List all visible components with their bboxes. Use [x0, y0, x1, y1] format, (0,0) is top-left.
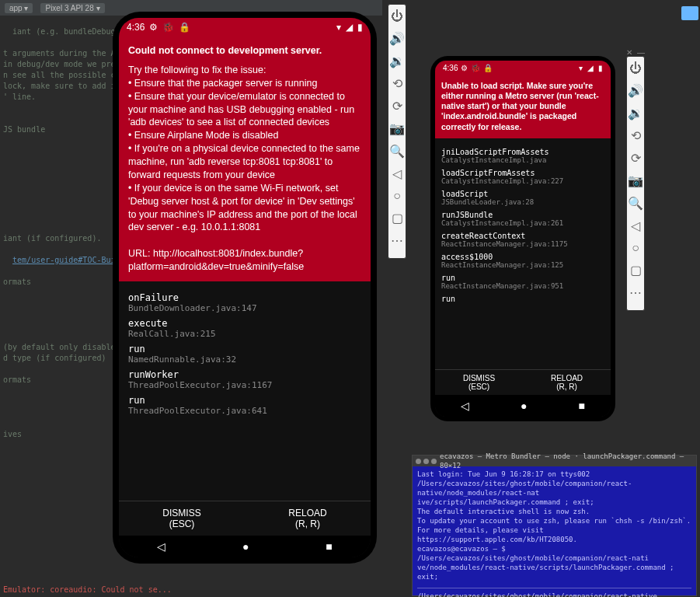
rotate-left-icon[interactable]: ⟲ — [392, 76, 402, 91]
android-nav: ◁ ● ■ — [119, 536, 371, 557]
volume-up-icon[interactable]: 🔊 — [628, 83, 643, 98]
folder-icon[interactable] — [681, 6, 698, 20]
term-line: ive/scripts/launchPackager.command ; exi… — [417, 498, 691, 507]
stack-trace[interactable]: onFailure BundleDownloader.java:147 exec… — [119, 281, 371, 501]
more-icon[interactable]: ⋯ — [391, 233, 403, 248]
trace-method: createReactContext — [441, 232, 604, 240]
trace-loc: RealCall.java:215 — [128, 329, 361, 339]
terminal-body: Last login: Tue Jun 9 16:28:17 on ttys00… — [413, 466, 696, 597]
error-title: Could not connect to development server. — [128, 44, 361, 58]
battery-icon: ▮ — [357, 22, 363, 33]
min-dot-icon[interactable] — [423, 459, 429, 464]
error-panel: Unable to load script. Make sure you're … — [435, 75, 611, 138]
trace-loc: ReactInstanceManager.java:125 — [441, 261, 604, 269]
close-dot-icon[interactable] — [416, 459, 421, 464]
rotate-left-icon[interactable]: ⟲ — [631, 128, 641, 143]
signal-icon: ◢ — [587, 64, 594, 72]
overview-icon[interactable]: ■ — [326, 540, 332, 553]
error-panel: Could not connect to development server.… — [119, 37, 371, 281]
trace-method: access$1000 — [441, 253, 604, 261]
wifi-icon: ▾ — [336, 22, 341, 33]
trace-loc: ThreadPoolExecutor.java:1167 — [128, 380, 361, 390]
more-icon[interactable]: ⋯ — [629, 285, 642, 300]
power-icon[interactable]: ⏻ — [629, 61, 642, 75]
volume-down-icon[interactable]: 🔉 — [389, 54, 405, 68]
trace-loc: BundleDownloader.java:147 — [128, 303, 361, 313]
emulator-toolbar: ⏻ 🔊 🔉 ⟲ ⟳ 📷 🔍 ◁ ○ ▢ ⋯ — [388, 4, 406, 259]
volume-up-icon[interactable]: 🔊 — [389, 31, 405, 46]
emulator-toolbar: ⏻ 🔊 🔉 ⟲ ⟳ 📷 🔍 ◁ ○ ▢ ⋯ — [626, 56, 645, 311]
error-body: Unable to load script. Make sure you're … — [441, 81, 604, 132]
gear-icon: ⚙ — [149, 22, 158, 33]
term-line: /Users/ecavazos/sites/ghost/mobile/compa… — [417, 479, 691, 498]
trace-loc: CatalystInstanceImpl.java — [441, 156, 604, 164]
trace-method: execute — [128, 318, 361, 329]
dismiss-button[interactable]: DISMISS (ESC) — [119, 501, 245, 536]
rotate-right-icon[interactable]: ⟳ — [392, 99, 402, 113]
trace-method: loadScript — [441, 190, 604, 198]
back-emu-icon[interactable]: ◁ — [392, 166, 402, 181]
error-actions: DISMISS (ESC) RELOAD (R, R) — [435, 369, 611, 395]
rotate-right-icon[interactable]: ⟳ — [631, 151, 641, 166]
android-nav: ◁ ● ■ — [435, 395, 611, 417]
home-emu-icon[interactable]: ○ — [393, 189, 401, 203]
terminal-titlebar: ecavazos — Metro Bundler — node · launch… — [413, 456, 696, 466]
status-bar: 4:36 ⚙ 🐞 🔒 ▾ ◢ ▮ — [435, 61, 611, 75]
trace-method: loadScriptFromAssets — [441, 169, 604, 177]
close-icon[interactable]: ✕ — [388, 0, 394, 2]
volume-down-icon[interactable]: 🔉 — [628, 106, 643, 120]
emulator-small: 4:36 ⚙ 🐞 🔒 ▾ ◢ ▮ Unable to load script. … — [430, 56, 615, 421]
terminal-title: ecavazos — Metro Bundler — node · launch… — [440, 452, 693, 470]
back-icon[interactable]: ◁ — [157, 540, 165, 553]
home-icon[interactable]: ● — [242, 540, 249, 553]
lock-icon: 🔒 — [179, 22, 190, 33]
reload-button[interactable]: RELOAD (R, R) — [245, 501, 371, 536]
device-dropdown[interactable]: Pixel 3 API 28 ▾ — [40, 3, 104, 13]
overview-icon[interactable]: ■ — [579, 400, 585, 412]
trace-method: run — [441, 295, 604, 303]
term-line: For more details, please visit https://s… — [417, 525, 691, 544]
trace-loc: CatalystInstanceImpl.java:227 — [441, 177, 604, 185]
back-emu-icon[interactable]: ◁ — [631, 218, 640, 233]
status-bar: 4:36 ⚙ 🐞 🔒 ▾ ◢ ▮ — [119, 18, 371, 37]
trace-method: run — [128, 395, 361, 406]
overview-emu-icon[interactable]: ▢ — [392, 211, 403, 225]
bug-icon: 🐞 — [471, 64, 480, 72]
zoom-icon[interactable]: 🔍 — [628, 196, 643, 211]
error-actions: DISMISS (ESC) RELOAD (R, R) — [119, 501, 371, 536]
wifi-icon: ▾ — [579, 64, 583, 72]
trace-method: runWorker — [128, 369, 361, 380]
term-path: /Users/ecavazos/sites/ghost/mobile/compa… — [417, 592, 691, 597]
home-icon[interactable]: ● — [521, 400, 527, 412]
trace-method: run — [441, 274, 604, 282]
config-dropdown[interactable]: app ▾ — [5, 3, 33, 13]
trace-method: jniLoadScriptFromAssets — [441, 148, 604, 156]
zoom-icon[interactable]: 🔍 — [389, 144, 405, 159]
home-emu-icon[interactable]: ○ — [632, 241, 639, 255]
dismiss-button[interactable]: DISMISS (ESC) — [435, 370, 523, 395]
term-line: The default interactive shell is now zsh… — [417, 507, 691, 516]
reload-button[interactable]: RELOAD (R, R) — [523, 370, 611, 395]
emulator-window-controls: ✕— — [388, 0, 406, 2]
back-icon[interactable]: ◁ — [461, 400, 469, 412]
minimize-icon[interactable]: — — [399, 0, 406, 2]
camera-icon[interactable]: 📷 — [628, 173, 643, 188]
camera-icon[interactable]: 📷 — [389, 121, 405, 136]
trace-loc: CatalystInstanceImpl.java:261 — [441, 219, 604, 227]
trace-loc: JSBundleLoader.java:28 — [441, 198, 604, 206]
signal-icon: ◢ — [346, 22, 353, 33]
lock-icon: 🔒 — [483, 64, 493, 72]
overview-emu-icon[interactable]: ▢ — [630, 263, 642, 278]
terminal-window[interactable]: ecavazos — Metro Bundler — node · launch… — [412, 455, 697, 596]
term-line: Last login: Tue Jun 9 16:28:17 on ttys00… — [417, 470, 691, 479]
trace-method: runJSBundle — [441, 211, 604, 219]
max-dot-icon[interactable] — [431, 459, 437, 464]
emulator-large: 4:36 ⚙ 🐞 🔒 ▾ ◢ ▮ Could not connect to de… — [113, 12, 377, 564]
stack-trace[interactable]: jniLoadScriptFromAssets CatalystInstance… — [435, 138, 611, 369]
power-icon[interactable]: ⏻ — [391, 9, 403, 23]
term-line: ecavazos@ecavazos — $ /Users/ecavazos/si… — [417, 544, 691, 563]
clock: 4:36 — [127, 22, 145, 33]
battery-icon: ▮ — [598, 64, 603, 72]
trace-loc: ThreadPoolExecutor.java:641 — [128, 406, 361, 416]
error-body: Try the following to fix the issue: • En… — [128, 64, 361, 274]
